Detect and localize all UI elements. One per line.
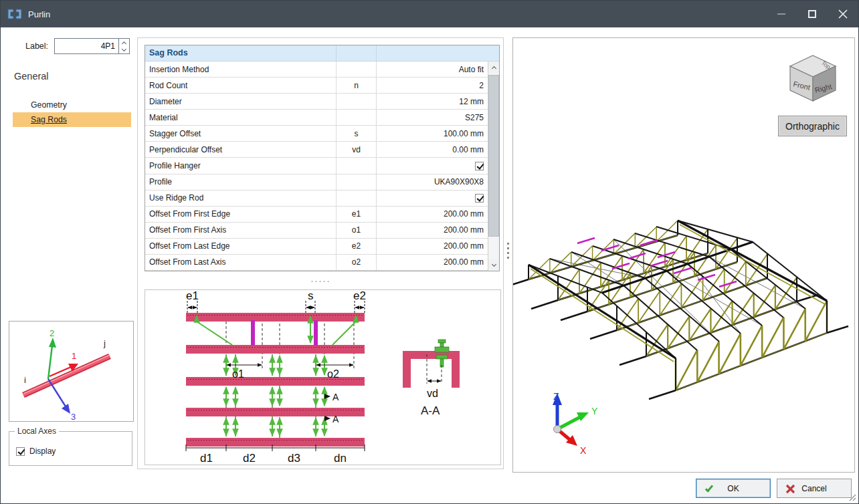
maximize-button[interactable]: [797, 1, 828, 27]
table-row[interactable]: Diameter12 mm: [145, 94, 488, 110]
cancel-button[interactable]: Cancel: [777, 479, 852, 498]
table-row[interactable]: Offset From Last Edgee2200.00 mm: [145, 239, 488, 255]
table-row[interactable]: ProfileUKA90X90X8: [145, 174, 488, 191]
dim-dn-label: dn: [334, 452, 347, 465]
member-axes-preview: 1 2 3 i j: [9, 321, 134, 422]
table-row[interactable]: Offset From First Edgee1200.00 mm: [145, 207, 488, 223]
table-row[interactable]: Stagger Offsets100.00 mm: [145, 126, 488, 142]
property-value[interactable]: [377, 191, 488, 206]
table-header-title: Sag Rods: [145, 45, 337, 61]
dim-d3-label: d3: [288, 452, 300, 465]
view-cube[interactable]: Front Right Top: [790, 55, 836, 101]
node-i-label: i: [24, 375, 26, 385]
sidebar-item-label: Sag Rods: [31, 112, 67, 127]
table-row[interactable]: Profile Hanger: [145, 158, 488, 174]
property-symbol: n: [337, 78, 377, 93]
cancel-x-icon: [785, 484, 795, 494]
property-symbol: e1: [337, 207, 377, 222]
property-value[interactable]: 200.00 mm: [377, 239, 488, 254]
property-value[interactable]: UKA90X90X8: [377, 174, 488, 190]
property-symbol: [337, 174, 377, 190]
property-name: Offset From First Edge: [145, 207, 337, 222]
property-value[interactable]: [377, 158, 488, 173]
property-value[interactable]: 12 mm: [377, 94, 488, 109]
property-symbol: o1: [337, 223, 377, 238]
titlebar[interactable]: Purlin: [1, 1, 858, 27]
label-spinner[interactable]: [119, 38, 130, 54]
property-name: Offset From Last Edge: [145, 239, 337, 254]
display-label: Display: [29, 447, 56, 456]
property-value[interactable]: Auto fit: [377, 61, 488, 77]
close-icon: [838, 9, 848, 19]
spinner-down-icon[interactable]: [119, 46, 129, 53]
property-symbol: [337, 110, 377, 125]
dim-d2-label: d2: [243, 452, 256, 465]
ok-label: OK: [727, 484, 739, 493]
table-scrollbar[interactable]: [488, 61, 499, 271]
dim-s-label: s: [308, 290, 314, 302]
property-name: Material: [145, 110, 337, 125]
property-checkbox[interactable]: [475, 194, 484, 203]
window-title: Purlin: [28, 9, 50, 19]
dim-vd-label: vd: [427, 388, 438, 399]
minimize-button[interactable]: [766, 1, 797, 27]
axis-2-arrow: [48, 346, 52, 379]
ok-button[interactable]: OK: [696, 479, 771, 498]
property-value[interactable]: 2: [377, 78, 488, 93]
property-symbol: e2: [337, 239, 377, 254]
property-value[interactable]: 0.00 mm: [377, 142, 488, 157]
axis-3-label: 3: [71, 412, 76, 421]
table-row[interactable]: Perpendicular Offsetvd0.00 mm: [145, 142, 488, 158]
scrollbar-thumb[interactable]: [488, 75, 499, 237]
resize-grip[interactable]: [848, 493, 856, 501]
table-row[interactable]: Offset From First Axiso1200.00 mm: [145, 223, 488, 239]
table-row[interactable]: Use Ridge Rod: [145, 191, 488, 207]
table-row[interactable]: Rod Countn2: [145, 78, 488, 94]
property-table: Sag Rods Insertion MethodAuto fitRod Cou…: [145, 45, 500, 271]
property-name: Insertion Method: [145, 61, 337, 77]
property-value[interactable]: 200.00 mm: [377, 207, 488, 222]
property-symbol: [337, 191, 377, 206]
table-row[interactable]: Insertion MethodAuto fit: [145, 61, 488, 78]
dim-d1-label: d1: [200, 452, 213, 465]
property-name: Profile Hanger: [145, 158, 337, 173]
property-symbol: [337, 158, 377, 173]
property-value[interactable]: 200.00 mm: [377, 255, 488, 270]
display-checkbox[interactable]: [16, 447, 25, 456]
scroll-up-icon[interactable]: [488, 61, 499, 73]
table-row[interactable]: Offset From Last Axiso2200.00 mm: [145, 255, 488, 271]
label-input[interactable]: 4P1: [54, 38, 119, 54]
local-axes-group: Local Axes Display: [9, 431, 132, 466]
truss-model: Front Right Top Z Y X: [513, 38, 854, 472]
dim-e1-label: e1: [186, 290, 199, 302]
projection-mode-button[interactable]: Orthographic: [778, 116, 847, 136]
svg-text:A: A: [332, 392, 339, 402]
vertical-splitter[interactable]: [506, 243, 510, 264]
close-button[interactable]: [828, 1, 858, 27]
sidebar-item-geometry[interactable]: Geometry: [31, 100, 67, 110]
cancel-label: Cancel: [801, 484, 826, 493]
property-value[interactable]: 200.00 mm: [377, 223, 488, 238]
property-symbol: [337, 94, 377, 109]
property-checkbox[interactable]: [475, 162, 484, 170]
ok-check-icon: [704, 484, 711, 494]
table-row[interactable]: MaterialS275: [145, 110, 488, 126]
horizontal-splitter[interactable]: ·····: [137, 275, 504, 287]
model-viewport[interactable]: Front Right Top Z Y X Orthographic: [512, 37, 855, 473]
scroll-down-icon[interactable]: [488, 259, 499, 271]
property-value[interactable]: 100.00 mm: [377, 126, 488, 141]
sidebar-item-sag-rods[interactable]: Sag Rods: [13, 112, 131, 127]
sag-rod-arrows: [226, 356, 324, 436]
dim-o1-label: o1: [232, 368, 244, 380]
minimize-icon: [777, 13, 785, 15]
axis-z-label: Z: [553, 391, 559, 402]
purlin-dialog: Purlin Label: 4P1 General Geometry Sag R…: [0, 0, 859, 504]
profile-hanger: [314, 320, 318, 346]
property-name: Diameter: [145, 94, 337, 109]
property-value[interactable]: S275: [377, 110, 488, 125]
spinner-up-icon[interactable]: [119, 39, 129, 46]
label-caption: Label:: [25, 41, 48, 51]
property-name: Stagger Offset: [145, 126, 337, 141]
property-name: Profile: [145, 174, 337, 190]
sag-rod-diagram: e1 s e2 o1 o2 A A: [145, 289, 501, 465]
